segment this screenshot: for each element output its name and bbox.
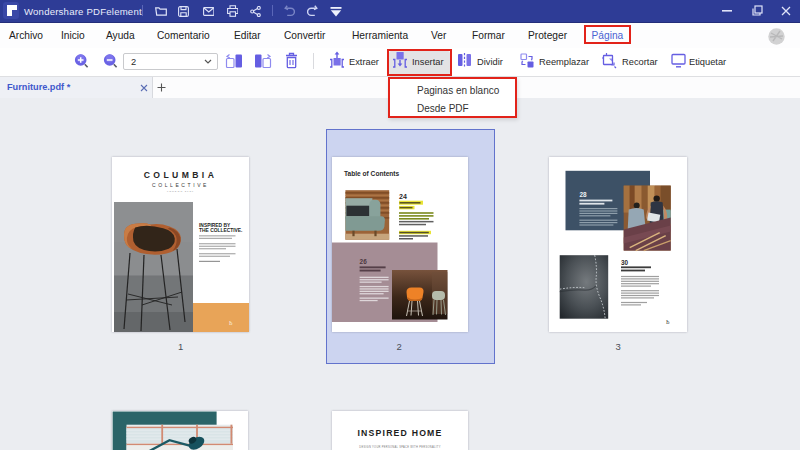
svg-text:28: 28 bbox=[579, 191, 587, 198]
svg-text:Table of Contents: Table of Contents bbox=[344, 170, 400, 177]
svg-text:COLUMBIA: COLUMBIA bbox=[144, 170, 218, 180]
svg-text:30: 30 bbox=[621, 259, 629, 266]
svg-text:24: 24 bbox=[399, 193, 407, 200]
svg-text:Ь: Ь bbox=[229, 320, 233, 326]
svg-text:COLLECTIVE: COLLECTIVE bbox=[152, 182, 209, 188]
svg-text:INSPIRED HOME: INSPIRED HOME bbox=[357, 428, 442, 438]
svg-text:INSPIRED BY: INSPIRED BY bbox=[199, 223, 231, 228]
svg-text:26: 26 bbox=[360, 258, 368, 265]
svg-text:Ь: Ь bbox=[666, 319, 670, 325]
svg-text:DESIGN YOUR PERSONAL SPACE WIT: DESIGN YOUR PERSONAL SPACE WITH PERSONAL… bbox=[359, 444, 440, 448]
svg-text:LONDON 2020: LONDON 2020 bbox=[167, 190, 194, 193]
svg-text:THE COLLECTIVE.: THE COLLECTIVE. bbox=[199, 228, 243, 233]
